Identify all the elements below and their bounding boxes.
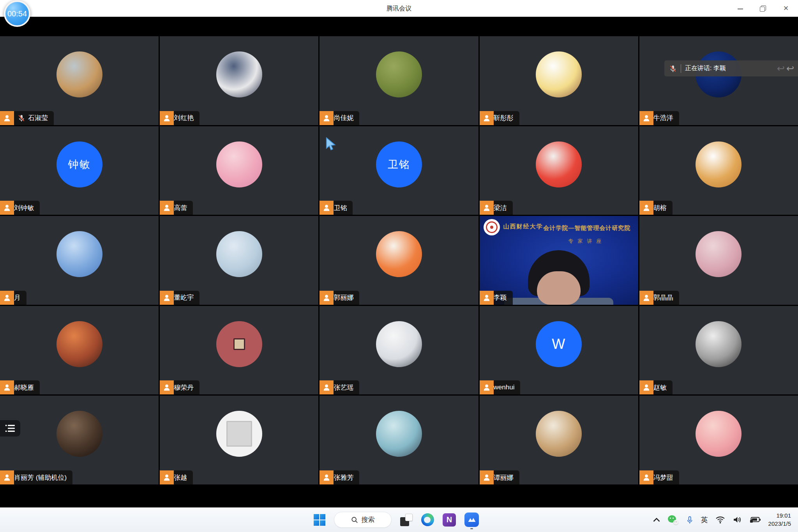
participant-cell[interactable]: W wenhui	[480, 306, 638, 395]
participant-cell[interactable]: 郭丽娜	[320, 216, 478, 305]
participant-avatar: 钟敏	[56, 141, 102, 187]
participant-cell[interactable]: 钟敏 刘钟敏	[0, 126, 159, 215]
speaking-banner: 正在讲话: 李颖 ↩ ↩	[664, 60, 798, 76]
participant-avatar	[56, 411, 102, 457]
host-badge-icon	[320, 111, 334, 125]
participant-cell[interactable]: 石淑莹	[0, 36, 159, 125]
participant-cell[interactable]: 赵敏	[639, 306, 798, 395]
host-badge-icon	[480, 291, 494, 305]
taskbar-clock[interactable]: 19:01 2023/1/5	[768, 512, 791, 528]
taskbar-search[interactable]: 搜索	[334, 512, 392, 528]
minimize-button[interactable]	[737, 5, 743, 12]
taskbar-tray: 英 19:01 2023/1/5	[653, 512, 798, 528]
host-badge-icon	[160, 470, 174, 484]
participant-cell[interactable]: 刘红艳	[160, 36, 318, 125]
undo-arrow-icon[interactable]: ↩	[777, 64, 785, 73]
participant-cell[interactable]: 董屹宇	[160, 216, 318, 305]
university-logo-icon	[484, 219, 500, 235]
taskbar-center: 搜索 N	[314, 510, 479, 529]
host-badge-icon	[0, 380, 14, 394]
participant-name: 靳彤彤	[494, 113, 514, 122]
meeting-timer-value: 00:54	[7, 9, 27, 18]
wechat-icon[interactable]	[668, 515, 678, 525]
participant-name: 胡榕	[653, 203, 667, 212]
language-indicator[interactable]: 英	[701, 515, 708, 525]
participant-name: 谭丽娜	[494, 473, 514, 482]
participant-avatar	[696, 231, 742, 277]
chevron-up-icon[interactable]	[653, 517, 660, 523]
start-button[interactable]	[314, 514, 325, 526]
participant-cell[interactable]: 胡榕	[639, 126, 798, 215]
participant-name: 刘钟敏	[14, 203, 34, 212]
running-indicator	[470, 528, 473, 529]
battery-charging-icon[interactable]	[750, 516, 761, 523]
participant-avatar	[696, 411, 742, 457]
host-badge-icon	[0, 111, 14, 125]
banner-divider	[681, 64, 681, 73]
participant-avatar	[216, 411, 262, 457]
host-badge-icon	[160, 380, 174, 394]
participant-avatar	[216, 231, 262, 277]
participant-cell[interactable]: 月	[0, 216, 159, 305]
host-badge-icon	[320, 380, 334, 394]
host-badge-icon	[160, 291, 174, 305]
participant-cell[interactable]: 肖丽芳 (辅助机位)	[0, 396, 159, 484]
participant-name: 张艺瑶	[334, 383, 353, 392]
participant-cell[interactable]: 山西财经大学 会计学院—智能管理会计研究院 专家讲座 李颖	[480, 216, 638, 305]
volume-icon[interactable]	[733, 516, 742, 524]
participant-name: 张越	[174, 473, 187, 482]
participant-avatar	[376, 321, 422, 367]
banner-mic-icon	[669, 65, 677, 72]
participant-name: 李颖	[494, 293, 507, 302]
restore-button[interactable]	[760, 5, 766, 12]
participant-cell[interactable]: 靳彤彤	[480, 36, 638, 125]
participant-cell[interactable]: 冯梦甜	[639, 396, 798, 484]
participant-name: 张雅芳	[334, 473, 353, 482]
participant-avatar	[696, 321, 742, 367]
window-title: 腾讯会议	[0, 0, 798, 17]
participant-avatar	[376, 231, 422, 277]
participant-name: 董屹宇	[174, 293, 194, 302]
participant-cell[interactable]: 张艺瑶	[320, 306, 478, 395]
host-badge-icon	[480, 111, 494, 125]
participant-avatar	[56, 321, 102, 367]
host-badge-icon	[320, 201, 334, 215]
participant-cell[interactable]: 郝晓雁	[0, 306, 159, 395]
window-controls: ✕	[737, 0, 789, 17]
participant-avatar	[56, 231, 102, 277]
participant-cell[interactable]: 梁洁	[480, 126, 638, 215]
participant-cell[interactable]: 郭晶晶	[639, 216, 798, 305]
tencent-meeting-taskbar-item[interactable]	[464, 513, 479, 529]
university-name: 山西财经大学	[503, 223, 543, 230]
participant-cell[interactable]: 穆荣丹	[160, 306, 318, 395]
microphone-icon[interactable]	[686, 515, 694, 525]
participant-cell[interactable]: 张雅芳	[320, 396, 478, 484]
participant-list-toggle[interactable]	[0, 420, 20, 437]
wifi-icon[interactable]	[715, 516, 725, 524]
window-switcher-icon[interactable]	[400, 514, 413, 526]
host-badge-icon	[160, 201, 174, 215]
onenote-icon[interactable]: N	[443, 513, 456, 527]
taskbar: 搜索 N 英 19:01 2023/1/5	[0, 507, 798, 532]
participant-avatar	[56, 51, 102, 97]
search-icon	[351, 516, 358, 523]
participant-name: 郭丽娜	[334, 293, 353, 302]
participant-avatar: W	[536, 321, 582, 367]
participant-cell[interactable]: 牛浩洋	[639, 36, 798, 125]
mic-status-icon	[18, 114, 25, 122]
participant-name: 赵敏	[653, 383, 667, 392]
participant-name: 郝晓雁	[14, 383, 34, 392]
participant-cell[interactable]: 尚佳妮	[320, 36, 478, 125]
participant-cell[interactable]: 张越	[160, 396, 318, 484]
edge-browser-icon[interactable]	[421, 513, 434, 526]
participant-cell[interactable]: 谭丽娜	[480, 396, 638, 484]
participant-avatar	[536, 141, 582, 187]
speaker-silhouette	[504, 252, 613, 305]
close-button[interactable]: ✕	[782, 5, 789, 12]
undo-arrow-icon[interactable]: ↩	[786, 64, 794, 73]
participant-cell[interactable]: 高蕾	[160, 126, 318, 215]
host-badge-icon	[480, 201, 494, 215]
participant-cell[interactable]: 卫铭 卫铭	[320, 126, 478, 215]
participant-avatar: 卫铭	[376, 141, 422, 187]
meeting-timer-badge[interactable]: 00:54	[4, 0, 30, 27]
